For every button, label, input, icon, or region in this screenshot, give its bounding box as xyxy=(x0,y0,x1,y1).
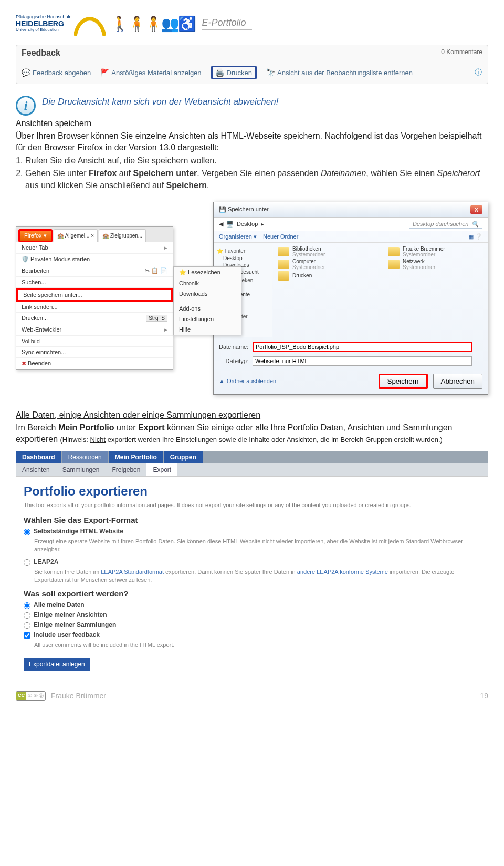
menu-sync[interactable]: Sync einrichten... xyxy=(16,347,173,358)
nav-portfolio[interactable]: Mein Portfolio xyxy=(109,451,163,463)
nav-resources[interactable]: Ressourcen xyxy=(62,451,108,463)
feedback-report-label: Anstößiges Material anzeigen xyxy=(111,69,201,77)
breadcrumb[interactable]: Desktop xyxy=(237,221,258,227)
filetype-select[interactable] xyxy=(253,356,472,366)
subnav-share[interactable]: Freigeben xyxy=(106,463,146,476)
menu-webdev[interactable]: Web-Entwickler▸ xyxy=(16,324,173,336)
feedback-panel: Feedback 0 Kommentare 💬 Feedback abgeben… xyxy=(16,45,488,84)
nav-groups[interactable]: Gruppen xyxy=(164,451,203,463)
leap-systems-link[interactable]: andere LEAP2A konforme Systeme xyxy=(297,569,388,575)
export-panel-title: Portfolio exportieren xyxy=(24,484,480,499)
folder-libraries[interactable]: BibliothekenSystemordner xyxy=(278,246,372,257)
what-all-option[interactable]: Alle meine Daten xyxy=(24,601,480,609)
info-icon: i xyxy=(16,96,36,116)
save-icon: 💾 xyxy=(219,206,226,212)
export-format-heading: Wählen Sie das Export-Format xyxy=(24,516,480,524)
save-button[interactable]: Speichern xyxy=(379,374,428,389)
folder-print[interactable]: Drucken xyxy=(278,271,372,281)
instruction-1: Rufen Sie die Ansicht auf, die Sie speic… xyxy=(25,155,488,167)
folder-icon xyxy=(278,260,289,269)
organize-button[interactable]: Organisieren ▾ xyxy=(219,233,257,240)
subnav-export[interactable]: Export xyxy=(146,463,177,476)
folder-computer[interactable]: ComputerSystemordner xyxy=(278,259,372,270)
feedback-report-link[interactable]: 🚩 Anstößiges Material anzeigen xyxy=(100,68,201,77)
menu-quit[interactable]: ✖ Beenden xyxy=(16,358,173,369)
menu-save-as[interactable]: Seite speichern unter... xyxy=(16,288,173,302)
browser-tab-1[interactable]: 🏫Allgemei... × xyxy=(54,229,98,242)
info-small-icon[interactable]: ⓘ xyxy=(474,68,482,77)
submenu-settings[interactable]: Einstellungen xyxy=(174,314,241,324)
what-views-option[interactable]: Einige meiner Ansichten xyxy=(24,611,480,619)
feedback-unwatch-link[interactable]: 🔭 Ansicht aus der Beobachtungsliste entf… xyxy=(266,68,413,77)
feedback-give-label: Feedback abgeben xyxy=(33,69,91,77)
nav-dashboard[interactable]: Dashboard xyxy=(16,451,61,463)
hide-folders-link[interactable]: ▲Ordner ausblenden xyxy=(219,378,276,384)
submenu-bookmarks[interactable]: ⭐ Lesezeichen xyxy=(174,267,241,278)
menu-print[interactable]: Drucken...Strg+S xyxy=(16,313,173,324)
back-button[interactable]: ◀ xyxy=(219,221,223,228)
submenu-addons[interactable]: Add-ons xyxy=(174,303,241,314)
leap-standard-link[interactable]: LEAP2A Standardformat xyxy=(101,569,164,575)
folder-network[interactable]: NetzwerkSystemordner xyxy=(388,259,482,270)
radio-some-coll[interactable] xyxy=(24,622,30,629)
save-views-heading: Ansichten speichern xyxy=(16,119,488,128)
radio-some-views[interactable] xyxy=(24,612,30,619)
radio-html[interactable] xyxy=(24,529,30,535)
speech-bubble-icon: 💬 xyxy=(22,68,30,77)
feedback-print-link[interactable]: 🖨️ Drucken xyxy=(211,66,257,79)
submenu-help[interactable]: Hilfe xyxy=(174,324,241,335)
globe-icon: 🏫 xyxy=(102,233,109,239)
menu-new-tab[interactable]: Neuer Tab▸ xyxy=(16,242,173,254)
folder-icon xyxy=(278,271,289,281)
dialog-search-input[interactable]: Desktop durchsuchen🔍 xyxy=(409,220,482,229)
sidebar-favorites[interactable]: ⭐ Favoriten xyxy=(217,248,269,254)
cancel-button[interactable]: Abbrechen xyxy=(433,374,482,389)
feedback-give-link[interactable]: 💬 Feedback abgeben xyxy=(22,68,91,77)
desktop-icon: 🖥️ xyxy=(226,221,234,228)
feedback-title: Feedback xyxy=(22,48,60,58)
filename-label: Dateiname: xyxy=(219,344,248,350)
radio-all[interactable] xyxy=(24,602,30,609)
menu-private[interactable]: 🛡️ Privaten Modus starten xyxy=(16,254,173,265)
filename-input[interactable] xyxy=(253,342,472,352)
globe-icon: 🏫 xyxy=(57,233,64,239)
dialog-close-button[interactable]: X xyxy=(470,205,482,214)
submenu-downloads[interactable]: Downloads xyxy=(174,288,241,299)
sidebar-desktop[interactable]: Desktop xyxy=(217,255,269,262)
what-collections-option[interactable]: Einige meiner Sammlungen xyxy=(24,621,480,629)
menu-send-link[interactable]: Link senden... xyxy=(16,302,173,313)
firefox-button[interactable]: Firefox ▾ xyxy=(18,229,52,242)
page-footer: CC① ⑤ ⓪ Frauke Brümmer 19 xyxy=(16,691,488,701)
instructions-list: Rufen Sie die Ansicht auf, die Sie speic… xyxy=(16,155,488,191)
folder-icon xyxy=(278,247,289,256)
close-icon: ✖ xyxy=(22,360,26,366)
format-leap-option[interactable]: LEAP2A xyxy=(24,558,480,566)
logo-line2: HEIDELBERG xyxy=(16,20,72,28)
new-folder-button[interactable]: Neuer Ordner xyxy=(263,233,298,240)
logo-line3: University of Education xyxy=(16,28,72,33)
include-feedback-desc: All user comments will be included in th… xyxy=(34,641,480,649)
subnav-views[interactable]: Ansichten xyxy=(16,463,56,476)
folder-user[interactable]: Frauke BruemmerSystemordner xyxy=(388,246,482,257)
checkbox-feedback[interactable] xyxy=(24,632,30,639)
browser-tab-2[interactable]: 🏫Zielgruppen... xyxy=(99,229,146,242)
menu-fullscreen[interactable]: Vollbild xyxy=(16,336,173,347)
subnav-collections[interactable]: Sammlungen xyxy=(56,463,106,476)
menu-search[interactable]: Suchen... xyxy=(16,277,173,288)
format-leap-desc: Sie können Ihre Daten im LEAP2A Standard… xyxy=(34,568,480,584)
logo-arc-icon xyxy=(74,11,106,37)
chevron-right-icon: ▸ xyxy=(261,221,264,228)
create-export-button[interactable]: Exportdatei anlegen xyxy=(24,658,90,671)
feedback-unwatch-label: Ansicht aus der Beobachtungsliste entfer… xyxy=(277,69,413,77)
include-feedback-option[interactable]: Include user feedback xyxy=(24,631,480,639)
view-icons[interactable]: ▦ ❔ xyxy=(468,233,482,240)
menu-edit[interactable]: Bearbeiten✂ 📋 📄 xyxy=(16,265,173,277)
radio-leap[interactable] xyxy=(24,559,30,566)
flag-icon: 🚩 xyxy=(100,68,109,77)
screenshots-row: Firefox ▾ 🏫Allgemei... × 🏫Zielgruppen...… xyxy=(16,202,488,395)
filetype-label: Dateityp: xyxy=(219,358,248,364)
format-html-option[interactable]: Selbstständige HTML Website xyxy=(24,528,480,535)
cc-license-badge: CC① ⑤ ⓪ xyxy=(16,691,46,701)
submenu-history[interactable]: Chronik xyxy=(174,278,241,288)
chevron-right-icon: ▸ xyxy=(164,326,167,333)
